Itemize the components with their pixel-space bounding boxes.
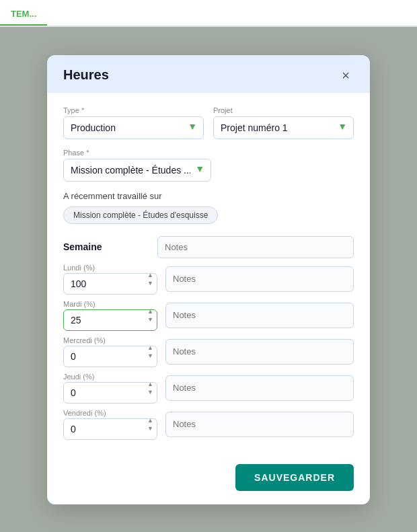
spinner-arrows: ▲▼ — [145, 380, 156, 395]
day-label: Mercredi (%) — [63, 336, 157, 344]
week-section: Semaine Lundi (%)▲▼Mardi (%)▲▼Mercredi (… — [63, 236, 354, 440]
spinner-up-button[interactable]: ▲ — [145, 416, 156, 424]
week-header-row: Semaine — [63, 236, 354, 258]
spinner-down-button[interactable]: ▼ — [145, 279, 156, 287]
day-notes-input[interactable] — [165, 266, 354, 292]
modal-footer: SAUVEGARDER — [47, 456, 370, 504]
project-group: Projet Projet numéro 1 ▼ — [213, 106, 354, 139]
type-group: Type * Production ▼ — [63, 106, 204, 139]
modal-title: Heures — [63, 67, 109, 83]
type-select[interactable]: Production — [63, 116, 204, 139]
phase-row: Phase * Mission complète - Études ... ▼ — [63, 149, 354, 182]
day-number-input[interactable] — [63, 346, 157, 367]
day-input-wrap: Lundi (%)▲▼ — [63, 264, 157, 295]
day-number-input[interactable] — [63, 418, 157, 440]
day-number-input[interactable] — [63, 309, 157, 331]
spinner-down-button[interactable]: ▼ — [145, 315, 156, 323]
day-notes-input[interactable] — [165, 412, 354, 437]
day-input-wrap: Mardi (%)▲▼ — [63, 300, 157, 331]
day-input-wrap: Jeudi (%)▲▼ — [63, 373, 157, 404]
day-number-input[interactable] — [63, 273, 157, 295]
spinner-down-button[interactable]: ▼ — [145, 352, 156, 359]
spinner-up-button[interactable]: ▲ — [145, 271, 156, 278]
recently-section: A récemment travaillé sur Mission complè… — [63, 191, 354, 224]
spinner-down-button[interactable]: ▼ — [145, 424, 156, 432]
project-select[interactable]: Projet numéro 1 — [213, 116, 354, 139]
phase-select[interactable]: Mission complète - Études ... — [63, 159, 211, 182]
save-button[interactable]: SAUVEGARDER — [235, 464, 354, 491]
close-button[interactable]: × — [338, 67, 354, 83]
day-notes-input[interactable] — [165, 375, 354, 401]
spinner-arrows: ▲▼ — [145, 307, 156, 323]
day-row: Mercredi (%)▲▼ — [63, 336, 354, 367]
week-notes-input[interactable] — [157, 236, 354, 258]
day-label: Jeudi (%) — [63, 373, 157, 381]
day-number-input[interactable] — [63, 382, 157, 404]
day-label: Mardi (%) — [63, 300, 157, 308]
active-tab[interactable]: TEM... — [0, 3, 47, 26]
day-row: Vendredi (%)▲▼ — [63, 409, 354, 440]
spinner-arrows: ▲▼ — [145, 271, 156, 287]
spinner-down-button[interactable]: ▼ — [145, 388, 156, 395]
day-label: Lundi (%) — [63, 264, 157, 272]
type-label: Type * — [63, 106, 204, 114]
phase-group: Phase * Mission complète - Études ... ▼ — [63, 149, 211, 182]
day-input-wrap: Mercredi (%)▲▼ — [63, 336, 157, 367]
phase-label: Phase * — [63, 149, 211, 157]
day-row: Lundi (%)▲▼ — [63, 264, 354, 295]
day-row: Jeudi (%)▲▼ — [63, 373, 354, 404]
day-notes-input[interactable] — [165, 303, 354, 328]
day-input-wrap: Vendredi (%)▲▼ — [63, 409, 157, 440]
day-rows-container: Lundi (%)▲▼Mardi (%)▲▼Mercredi (%)▲▼Jeud… — [63, 264, 354, 440]
week-title: Semaine — [63, 241, 157, 252]
spinner-up-button[interactable]: ▲ — [145, 307, 156, 315]
recently-label: A récemment travaillé sur — [63, 191, 354, 201]
modal-header: Heures × — [47, 55, 370, 93]
project-label: Projet — [213, 106, 354, 114]
spinner-arrows: ▲▼ — [145, 344, 156, 359]
spinner-arrows: ▲▼ — [145, 416, 156, 432]
day-label: Vendredi (%) — [63, 409, 157, 417]
spinner-up-button[interactable]: ▲ — [145, 344, 156, 351]
recently-chip[interactable]: Mission complète - Études d'esquisse — [63, 206, 218, 224]
day-row: Mardi (%)▲▼ — [63, 300, 354, 331]
type-project-row: Type * Production ▼ Projet Projet numéro… — [63, 106, 354, 139]
spinner-up-button[interactable]: ▲ — [145, 380, 156, 387]
modal-body: Type * Production ▼ Projet Projet numéro… — [47, 93, 370, 456]
heures-modal: Heures × Type * Production ▼ Projet Proj… — [47, 55, 370, 504]
day-notes-input[interactable] — [165, 339, 354, 365]
